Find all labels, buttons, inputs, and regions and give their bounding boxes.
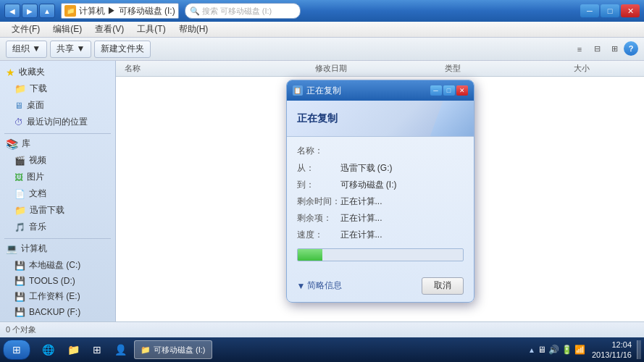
- minimize-button[interactable]: ─: [580, 4, 599, 17]
- taskbar-explorer-icon[interactable]: 📁: [62, 340, 85, 359]
- dialog-label-remaining-items: 剩余项：: [297, 211, 340, 225]
- dialog-close-button[interactable]: ✕: [456, 85, 468, 96]
- main-area: ★ 收藏夹 📁 下载 🖥 桌面 ⏱ 最近访问的位置: [0, 61, 644, 321]
- dialog-title-bar: 📋 正在复制 ─ □ ✕: [287, 80, 474, 101]
- new-folder-button[interactable]: 新建文件夹: [94, 41, 151, 58]
- dialog-title-icon: 📋: [293, 85, 303, 96]
- col-name[interactable]: 名称: [122, 63, 312, 74]
- col-date[interactable]: 修改日期: [312, 63, 441, 74]
- sidebar-doc-label: 文档: [29, 188, 46, 200]
- content-pane: 名称 修改日期 类型 大小 该文件夹为空。 📋 正在复制: [116, 61, 644, 321]
- view-tiles-button[interactable]: ⊞: [606, 41, 622, 57]
- details-toggle-button[interactable]: ▼ 简略信息: [297, 279, 343, 292]
- sidebar-item-desktop[interactable]: 🖥 桌面: [0, 97, 115, 114]
- progress-bar: [298, 249, 322, 261]
- windows-logo-icon: ⊞: [12, 344, 21, 355]
- sidebar-item-music[interactable]: 🎵 音乐: [0, 219, 115, 235]
- sidebar-recent-label: 最近访问的位置: [27, 116, 88, 128]
- star-icon: ★: [6, 67, 15, 78]
- sidebar-photo-label: 图片: [27, 171, 44, 183]
- taskbar-clock[interactable]: 12:04 2013/11/16: [592, 340, 632, 361]
- search-placeholder: 搜索 可移动磁盘 (I:): [202, 6, 272, 17]
- dialog-footer: ▼ 简略信息 取消: [287, 274, 474, 302]
- dialog-row-name: 名称：: [297, 144, 464, 158]
- sidebar-item-photo[interactable]: 🖼 图片: [0, 169, 115, 185]
- sidebar-music-label: 音乐: [29, 221, 46, 233]
- nav-buttons: ◀ ▶ ▲: [4, 4, 55, 18]
- sidebar-item-video[interactable]: 🎬 视频: [0, 152, 115, 169]
- menu-view[interactable]: 查看(V): [89, 22, 130, 37]
- tray-up-icon: ▲: [528, 346, 535, 354]
- sidebar-computer-section: 💻 计算机 💾 本地磁盘 (C:) 💾 TOOLS (D:) 💾 工作资料 (E…: [0, 240, 115, 321]
- dialog-value-remaining-items: 正在计算...: [340, 211, 464, 225]
- tray-signal-icon[interactable]: 📶: [574, 345, 585, 355]
- menu-edit[interactable]: 编辑(E): [47, 22, 88, 37]
- cancel-button[interactable]: 取消: [422, 277, 464, 295]
- dialog-maximize-button[interactable]: □: [443, 85, 455, 96]
- drive-e-icon: 💾: [14, 292, 25, 302]
- view-details-button[interactable]: ⊟: [589, 41, 605, 57]
- sidebar-item-xunlei-dl[interactable]: 📁 迅雷下载: [0, 202, 115, 219]
- copy-dialog[interactable]: 📋 正在复制 ─ □ ✕ 正在复制: [286, 80, 474, 302]
- dialog-label-to: 到：: [297, 178, 340, 192]
- help-button[interactable]: ?: [624, 41, 638, 56]
- up-button[interactable]: ▲: [39, 4, 55, 18]
- share-button[interactable]: 共享 ▼: [50, 41, 91, 58]
- sidebar-item-computer[interactable]: 💻 计算机: [0, 240, 115, 257]
- title-bar-left: ◀ ▶ ▲ 📁 计算机 ▶ 可移动磁盘 (I:) 🔍 搜索 可移动磁盘 (I:): [4, 3, 301, 19]
- menu-tools[interactable]: 工具(T): [131, 22, 171, 37]
- status-count: 0 个对象: [6, 324, 36, 335]
- sidebar-drive-f-label: BACKUP (F:): [29, 307, 80, 317]
- sidebar-item-doc[interactable]: 📄 文档: [0, 185, 115, 202]
- sidebar-item-recent[interactable]: ⏱ 最近访问的位置: [0, 114, 115, 130]
- back-button[interactable]: ◀: [4, 4, 20, 18]
- folder-icon-2: 📁: [14, 205, 26, 216]
- address-bar[interactable]: 📁 计算机 ▶ 可移动磁盘 (I:): [61, 3, 179, 19]
- show-desktop-icon[interactable]: [637, 340, 641, 359]
- col-type[interactable]: 类型: [442, 63, 571, 74]
- search-bar[interactable]: 🔍 搜索 可移动磁盘 (I:): [185, 3, 301, 19]
- forward-button[interactable]: ▶: [22, 4, 38, 18]
- dialog-label-speed: 速度：: [297, 228, 340, 242]
- sidebar-item-drive-e[interactable]: 💾 工作资料 (E:): [0, 288, 115, 305]
- sidebar-item-drive-c[interactable]: 💾 本地磁盘 (C:): [0, 257, 115, 274]
- close-button[interactable]: ✕: [621, 4, 640, 17]
- taskbar-win8-icon[interactable]: ⊞: [87, 340, 107, 359]
- sidebar-item-library[interactable]: 📚 库: [0, 135, 115, 152]
- sidebar-item-favorites[interactable]: ★ 收藏夹: [0, 64, 115, 80]
- tray-volume-icon[interactable]: 🔊: [548, 345, 559, 355]
- sidebar-library-section: 📚 库 🎬 视频 🖼 图片 📄 文档 📁 迅雷下载: [0, 135, 115, 235]
- tray-battery-icon[interactable]: 🔋: [561, 345, 572, 355]
- maximize-button[interactable]: □: [601, 4, 619, 17]
- sidebar-xunlei-dl-label: 迅雷下载: [30, 204, 64, 216]
- taskbar-ie-icon[interactable]: 🌐: [36, 340, 60, 359]
- window-controls: ─ □ ✕: [580, 4, 640, 17]
- dialog-row-from: 从： 迅雷下载 (G:): [297, 161, 464, 175]
- menu-bar: 文件(F) 编辑(E) 查看(V) 工具(T) 帮助(H): [0, 22, 644, 38]
- organize-button[interactable]: 组织 ▼: [6, 41, 47, 58]
- sidebar-video-label: 视频: [29, 154, 46, 167]
- sidebar-divider-2: [4, 238, 111, 239]
- taskbar-active-window[interactable]: 📁 可移动磁盘 (I:): [134, 340, 212, 359]
- taskbar: ⊞ 🌐 📁 ⊞ 👤 📁 可移动磁盘 (I:) ▲ 🖥 🔊 🔋 📶 12:04 2…: [0, 337, 644, 362]
- menu-help[interactable]: 帮助(H): [173, 22, 214, 37]
- main-window: ◀ ▶ ▲ 📁 计算机 ▶ 可移动磁盘 (I:) 🔍 搜索 可移动磁盘 (I:)…: [0, 0, 644, 362]
- dialog-minimize-button[interactable]: ─: [430, 85, 442, 96]
- taskbar-system-tray: ▲ 🖥 🔊 🔋 📶 12:04 2013/11/16: [528, 340, 641, 361]
- view-list-button[interactable]: ≡: [572, 41, 587, 57]
- dialog-value-name: [340, 144, 464, 158]
- new-folder-label: 新建文件夹: [101, 43, 144, 55]
- sidebar-item-drive-f[interactable]: 💾 BACKUP (F:): [0, 305, 115, 319]
- drive-f-icon: 💾: [14, 307, 25, 317]
- col-size[interactable]: 大小: [571, 63, 638, 74]
- start-button[interactable]: ⊞: [3, 340, 30, 360]
- menu-file[interactable]: 文件(F): [6, 22, 46, 37]
- sidebar-item-drive-d[interactable]: 💾 TOOLS (D:): [0, 274, 115, 288]
- sidebar-item-download[interactable]: 📁 下载: [0, 80, 115, 97]
- recent-icon: ⏱: [14, 117, 23, 127]
- taskbar-user-icon[interactable]: 👤: [109, 340, 133, 359]
- address-folder-icon: 📁: [64, 5, 76, 17]
- dialog-row-speed: 速度： 正在计算...: [297, 228, 464, 242]
- tray-network-icon[interactable]: 🖥: [538, 345, 546, 355]
- sidebar-drive-c-label: 本地磁盘 (C:): [29, 259, 80, 272]
